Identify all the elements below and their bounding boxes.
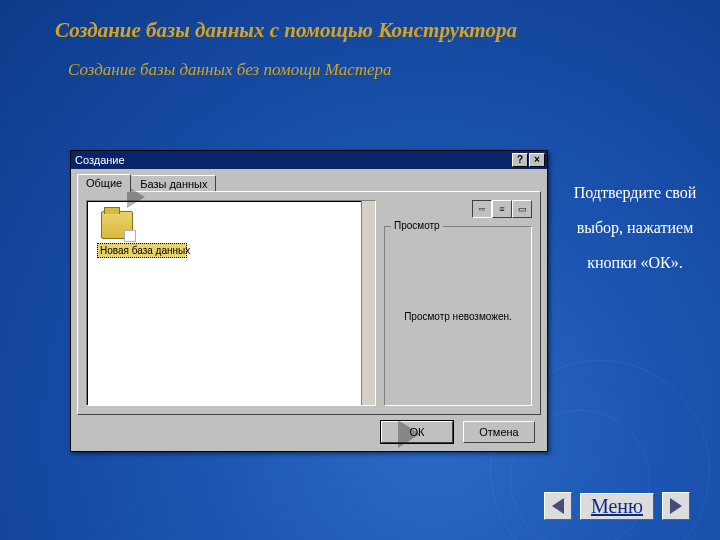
dialog-tabs: Общие Базы данных (77, 173, 541, 191)
close-button[interactable]: × (529, 153, 545, 167)
new-database-label: Новая база данных (97, 243, 187, 258)
folder-db-icon (101, 211, 133, 239)
dialog-titlebar: Создание ? × (71, 151, 547, 169)
preview-group: Просмотр Просмотр невозможен. (384, 226, 532, 406)
prev-button[interactable] (544, 492, 572, 520)
next-button[interactable] (662, 492, 690, 520)
view-large-icon[interactable]: ▫▫ (472, 200, 492, 218)
new-database-item[interactable]: Новая база данных (97, 211, 187, 258)
cancel-button[interactable]: Отмена (463, 421, 535, 443)
tab-general[interactable]: Общие (77, 174, 131, 192)
preview-group-label: Просмотр (391, 220, 443, 231)
view-mode-buttons: ▫▫ ≡ ▭ (472, 200, 532, 218)
menu-link[interactable]: Меню (580, 493, 654, 520)
page-title: Создание базы данных с помощью Конструкт… (55, 18, 517, 43)
page-subtitle: Создание базы данных без помощи Мастера (68, 60, 392, 80)
overlay-arrow-icon (398, 420, 420, 448)
list-scrollbar[interactable] (361, 201, 375, 405)
template-list[interactable]: Новая база данных (86, 200, 376, 406)
triangle-left-icon (552, 498, 564, 514)
help-button[interactable]: ? (512, 153, 528, 167)
triangle-right-icon (670, 498, 682, 514)
view-detail-icon[interactable]: ▭ (512, 200, 532, 218)
footer-nav: Меню (544, 492, 690, 520)
view-list-icon[interactable]: ≡ (492, 200, 512, 218)
instruction-text: Подтвердите свой выбор, нажатием кнопки … (570, 175, 700, 281)
tab-pane: Новая база данных ▫▫ ≡ ▭ Просмотр Просмо… (77, 191, 541, 415)
dialog-title: Создание (75, 154, 512, 166)
preview-text: Просмотр невозможен. (385, 311, 531, 322)
